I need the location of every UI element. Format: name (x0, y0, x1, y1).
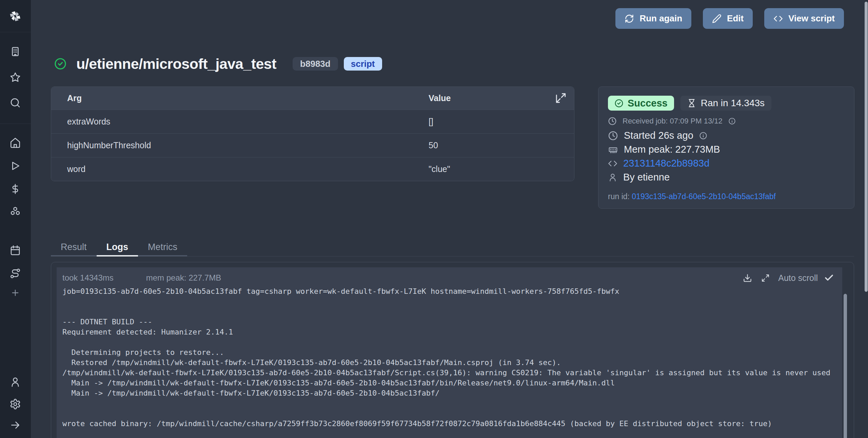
tab-logs[interactable]: Logs (97, 239, 138, 256)
arg-name: word (67, 164, 429, 174)
check-circle-icon (614, 99, 624, 108)
started-text: Started 26s ago (624, 130, 693, 141)
status-row: Success Ran in 14.343s (608, 96, 845, 111)
expand-icon[interactable] (761, 274, 770, 282)
table-row: highNumberThreshold 50 (51, 133, 574, 157)
sidebar (0, 0, 31, 438)
clock-icon (608, 131, 618, 141)
clock-icon (608, 117, 617, 126)
table-row: extraWords [] (51, 110, 574, 133)
view-script-button[interactable]: View script (764, 8, 844, 29)
script-hash-link[interactable]: 23131148c2b8983d (623, 158, 709, 169)
sidebar-divider (0, 123, 31, 124)
mem-peak-text: Mem peak: 227.73MB (624, 144, 720, 155)
user-icon[interactable] (9, 376, 21, 388)
mem-peak-line: Mem peak: 227.73MB (608, 144, 845, 155)
windmill-logo[interactable] (7, 8, 23, 24)
tab-metrics[interactable]: Metrics (138, 239, 187, 256)
hourglass-icon (687, 99, 696, 108)
auto-scroll-checkbox[interactable] (824, 273, 834, 283)
arrow-right-icon[interactable] (9, 419, 21, 431)
tabs: Result Logs Metrics (51, 239, 187, 256)
star-icon[interactable] (9, 72, 21, 83)
run-id-link[interactable]: 0193c135-ab7d-60e5-2b10-04b5ac13fabf (632, 192, 776, 201)
home-icon[interactable] (9, 137, 21, 149)
log-mem-peak: mem peak: 227.7MB (146, 273, 221, 283)
success-check-icon (54, 57, 67, 70)
received-job-text: Received job: 07:09 PM 13/12 (623, 117, 723, 126)
log-panel: took 14343ms mem peak: 227.7MB Auto scro… (57, 267, 842, 438)
status-label: Success (628, 98, 668, 109)
log-container: took 14343ms mem peak: 227.7MB Auto scro… (51, 262, 854, 438)
code-icon (773, 14, 783, 23)
started-line: Started 26s ago (608, 130, 845, 141)
info-icon[interactable] (699, 132, 707, 140)
header-actions: Run again Edit View script (615, 8, 844, 29)
tab-result[interactable]: Result (51, 239, 97, 256)
args-table-header: Arg Value (51, 87, 574, 110)
log-output: job=0193c135-ab7d-60e5-2b10-04b5ac13fabf… (57, 286, 842, 429)
log-took: took 14343ms (62, 273, 114, 283)
dollar-icon[interactable] (9, 183, 21, 195)
status-badge: Success (608, 96, 674, 111)
auto-scroll-label[interactable]: Auto scroll (778, 273, 818, 283)
view-script-label: View script (788, 13, 835, 24)
route-icon[interactable] (9, 268, 21, 279)
edit-button[interactable]: Edit (703, 8, 753, 29)
settings-gear-icon[interactable] (9, 398, 21, 410)
created-by-line: By etienne (608, 172, 845, 183)
page-title: u/etienne/microsoft_java_test (76, 56, 276, 72)
job-run-page: Run again Edit View script u/etienne/mic… (0, 0, 868, 438)
pencil-icon (712, 14, 722, 23)
run-id-label: run id: (608, 192, 632, 201)
memory-icon (608, 145, 618, 155)
sidebar-divider (0, 32, 31, 32)
script-type-badge: script (344, 57, 382, 71)
play-icon[interactable] (9, 160, 21, 172)
created-by-text: By etienne (623, 172, 670, 183)
page-scrollbar-thumb[interactable] (865, 2, 868, 292)
arg-value: "clue" (429, 164, 574, 174)
expand-icon[interactable] (555, 92, 567, 104)
log-meta-bar: took 14343ms mem peak: 227.7MB Auto scro… (57, 267, 842, 283)
arg-value: [] (429, 117, 574, 127)
plus-icon[interactable] (11, 288, 20, 298)
script-hash-line: 23131148c2b8983d (608, 158, 845, 169)
search-icon[interactable] (9, 97, 21, 109)
duration-chip: Ran in 14.343s (680, 96, 771, 111)
log-scrollbar-thumb[interactable] (844, 294, 847, 438)
run-info-card: Success Ran in 14.343s Received job: 07:… (598, 87, 854, 209)
hash-badge: b8983d (293, 57, 338, 71)
run-id-line: run id: 0193c135-ab7d-60e5-2b10-04b5ac13… (608, 192, 845, 201)
arg-name: highNumberThreshold (67, 140, 429, 150)
arg-name: extraWords (67, 117, 429, 127)
arg-column-header: Arg (67, 93, 429, 103)
building-icon[interactable] (9, 46, 21, 57)
run-again-button[interactable]: Run again (615, 8, 691, 29)
args-table: Arg Value extraWords [] highNumberThresh… (51, 87, 574, 181)
user-icon (608, 173, 617, 182)
table-row: word "clue" (51, 157, 574, 181)
arg-value: 50 (429, 140, 574, 150)
info-icon[interactable] (728, 117, 736, 125)
run-again-label: Run again (639, 13, 682, 24)
refresh-icon (625, 14, 634, 23)
value-column-header: Value (429, 93, 574, 103)
download-icon[interactable] (743, 273, 752, 283)
code-icon (608, 159, 617, 168)
calendar-icon[interactable] (9, 245, 21, 256)
received-job-line: Received job: 07:09 PM 13/12 (608, 117, 845, 126)
duration-label: Ran in 14.343s (701, 98, 765, 109)
title-row: u/etienne/microsoft_java_test b8983d scr… (54, 54, 382, 73)
edit-label: Edit (727, 13, 744, 24)
boxes-icon[interactable] (9, 206, 21, 217)
